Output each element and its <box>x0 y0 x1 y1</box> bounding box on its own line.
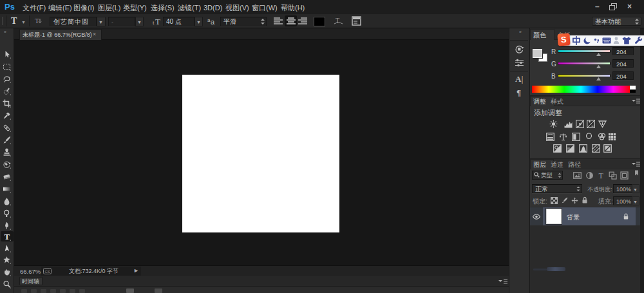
svg-text:T: T <box>155 17 160 26</box>
svg-text:T: T <box>599 171 604 180</box>
svg-text:T: T <box>35 17 39 24</box>
svg-text:t: t <box>153 19 155 26</box>
svg-text:a: a <box>211 18 215 26</box>
svg-text:CS: CS <box>45 270 50 274</box>
svg-text:T: T <box>4 232 10 241</box>
